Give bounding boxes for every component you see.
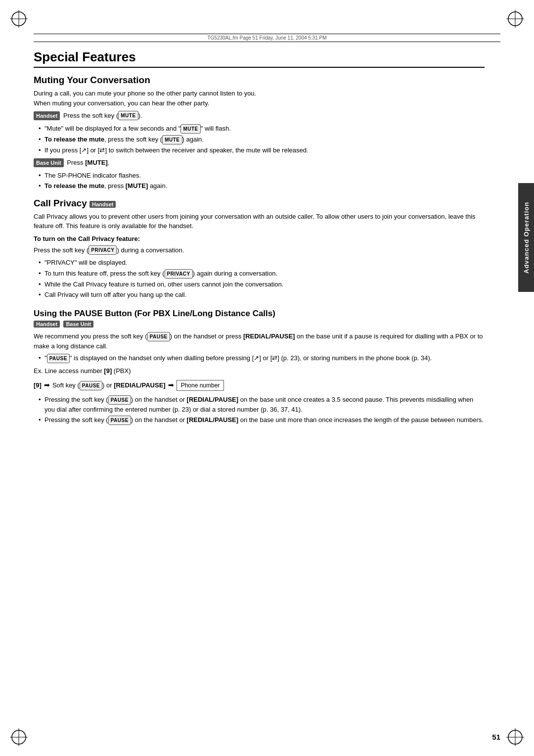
call-privacy-title: Call Privacy Handset	[34, 198, 485, 209]
header-bar: TG5230AL.fm Page 51 Friday, June 11, 200…	[34, 34, 500, 42]
chapter-title: Special Features	[34, 49, 485, 68]
bullet-base-1: The SP-PHONE indicator flashes.	[39, 171, 485, 181]
privacy-step: Press the soft key ( PRIVACY ) during a …	[34, 245, 485, 255]
file-info: TG5230AL.fm Page 51 Friday, June 11, 200…	[207, 35, 326, 41]
bullet-mute-3: If you press [↗] or [⇄] to switch betwee…	[39, 145, 485, 155]
phone-number-box: Phone number	[177, 380, 224, 391]
privacy-key-off: PRIVACY	[165, 269, 193, 279]
base-unit-mute-bullets: The SP-PHONE indicator flashes. To relea…	[34, 171, 485, 191]
page-number: 51	[492, 733, 500, 741]
privacy-bullet-3: While the Call Privacy feature is turned…	[39, 280, 485, 289]
handset-badge-privacy: Handset	[89, 201, 116, 208]
pause-bullet-1: "PAUSE" is displayed on the handset only…	[39, 353, 485, 363]
arrow-1: ➡	[44, 380, 50, 390]
privacy-bullet-4: Call Privacy will turn off after you han…	[39, 290, 485, 300]
mute-key-flash: MUTE	[180, 124, 200, 134]
ex-line: Ex. Line access number [9] (PBX)	[34, 366, 485, 376]
call-privacy-intro: Call Privacy allows you to prevent other…	[34, 212, 485, 231]
pause-bullets-2: Pressing the soft key (PAUSE) on the han…	[34, 395, 485, 425]
side-tab: Advanced Operation	[518, 183, 534, 292]
side-tab-label: Advanced Operation	[523, 201, 530, 273]
pause-key-b3: PAUSE	[108, 416, 131, 425]
bullet-base-2: To release the mute, press [MUTE] again.	[39, 181, 485, 191]
pause-key-display: PAUSE	[47, 354, 70, 363]
call-privacy-section: Call Privacy Handset Call Privacy allows…	[34, 198, 485, 300]
main-content: Special Features Muting Your Conversatio…	[34, 49, 485, 716]
flow-9: [9]	[34, 380, 42, 390]
page: TG5230AL.fm Page 51 Friday, June 11, 200…	[0, 0, 534, 756]
handset-badge-pause: Handset	[34, 321, 60, 328]
privacy-sub-title: To turn on the Call Privacy feature:	[34, 235, 485, 242]
bullet-mute-2: To release the mute, press the soft key …	[39, 135, 485, 144]
mute-key-again: MUTE	[162, 135, 182, 144]
reg-mark-tl	[9, 9, 29, 29]
pause-bullet-3: Pressing the soft key (PAUSE) on the han…	[39, 415, 485, 425]
privacy-key: PRIVACY	[89, 245, 117, 255]
handset-mute-bullets: "Mute" will be displayed for a few secon…	[34, 124, 485, 155]
pause-key-b2: PAUSE	[108, 395, 131, 405]
muting-title: Muting Your Conversation	[34, 75, 485, 86]
base-unit-mute-step: Base Unit Press [MUTE].	[34, 158, 485, 168]
pause-section: Using the PAUSE Button (For PBX Line/Lon…	[34, 309, 485, 425]
pause-title: Using the PAUSE Button (For PBX Line/Lon…	[34, 309, 485, 319]
reg-mark-bl	[9, 727, 29, 747]
muting-section: Muting Your Conversation During a call, …	[34, 75, 485, 191]
privacy-bullets: "PRIVACY" will be displayed. To turn thi…	[34, 258, 485, 300]
pause-key-intro: PAUSE	[147, 332, 170, 341]
handset-mute-step: Handset Press the soft key ( MUTE ).	[34, 111, 485, 121]
pause-bullets-1: "PAUSE" is displayed on the handset only…	[34, 353, 485, 363]
bullet-mute-1: "Mute" will be displayed for a few secon…	[39, 124, 485, 134]
pause-flow: [9] ➡ Soft key (PAUSE) or [REDIAL/PAUSE]…	[34, 380, 485, 391]
arrow-2: ➡	[168, 380, 174, 390]
handset-badge-mute: Handset	[34, 111, 60, 121]
reg-mark-tr	[505, 9, 525, 29]
pause-key-flow: PAUSE	[80, 381, 102, 390]
reg-mark-br	[505, 727, 525, 747]
pause-bullet-2: Pressing the soft key (PAUSE) on the han…	[39, 395, 485, 415]
pause-intro: We recommend you press the soft key (PAU…	[34, 331, 485, 351]
mute-key-handset: MUTE	[118, 111, 138, 120]
base-unit-badge-pause: Base Unit	[63, 321, 93, 328]
privacy-bullet-2: To turn this feature off, press the soft…	[39, 269, 485, 279]
base-unit-badge-mute: Base Unit	[34, 158, 64, 168]
privacy-bullet-1: "PRIVACY" will be displayed.	[39, 258, 485, 268]
pause-badges: Handset Base Unit	[34, 321, 485, 328]
flow-middle: Soft key (PAUSE) or [REDIAL/PAUSE]	[52, 380, 166, 390]
muting-intro: During a call, you can mute your phone s…	[34, 89, 485, 108]
